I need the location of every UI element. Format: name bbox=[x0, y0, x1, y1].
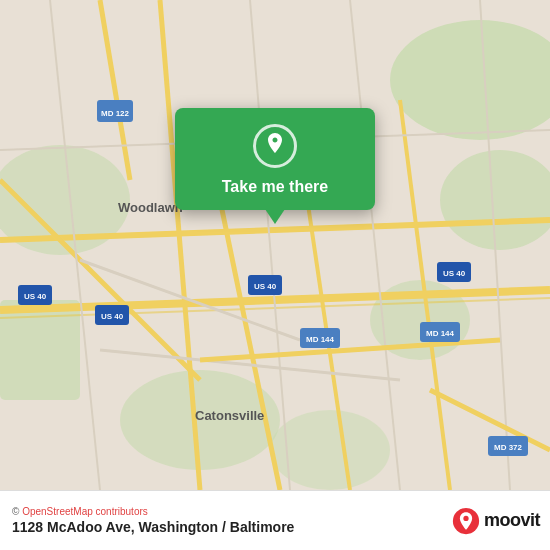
copyright-symbol: © bbox=[12, 506, 19, 517]
svg-text:MD 144: MD 144 bbox=[426, 329, 455, 338]
svg-text:US 40: US 40 bbox=[443, 269, 466, 278]
svg-point-45 bbox=[463, 515, 468, 520]
location-pin-icon bbox=[264, 133, 286, 159]
address-text: 1128 McAdoo Ave, Washington / Baltimore bbox=[12, 519, 294, 535]
svg-text:US 40: US 40 bbox=[101, 312, 124, 321]
svg-point-7 bbox=[270, 410, 390, 490]
svg-text:MD 122: MD 122 bbox=[101, 109, 130, 118]
map-container: MD 122 US 40 US 40 US 40 US 40 MD 144 MD… bbox=[0, 0, 550, 490]
bottom-bar: © OpenStreetMap contributors 1128 McAdoo… bbox=[0, 490, 550, 550]
svg-text:Catonsville: Catonsville bbox=[195, 408, 264, 423]
bottom-left: © OpenStreetMap contributors 1128 McAdoo… bbox=[12, 506, 294, 535]
moovit-icon bbox=[452, 507, 480, 535]
svg-text:US 40: US 40 bbox=[254, 282, 277, 291]
map-background: MD 122 US 40 US 40 US 40 US 40 MD 144 MD… bbox=[0, 0, 550, 490]
osm-link[interactable]: OpenStreetMap contributors bbox=[22, 506, 148, 517]
location-icon-circle bbox=[253, 124, 297, 168]
svg-text:US 40: US 40 bbox=[24, 292, 47, 301]
moovit-logo: moovit bbox=[452, 507, 540, 535]
popup-card[interactable]: Take me there bbox=[175, 108, 375, 210]
moovit-wordmark: moovit bbox=[484, 510, 540, 531]
svg-text:Woodlawn: Woodlawn bbox=[118, 200, 183, 215]
take-me-there-button[interactable]: Take me there bbox=[222, 178, 328, 196]
osm-credit: © OpenStreetMap contributors bbox=[12, 506, 294, 517]
svg-text:MD 372: MD 372 bbox=[494, 443, 523, 452]
svg-text:MD 144: MD 144 bbox=[306, 335, 335, 344]
